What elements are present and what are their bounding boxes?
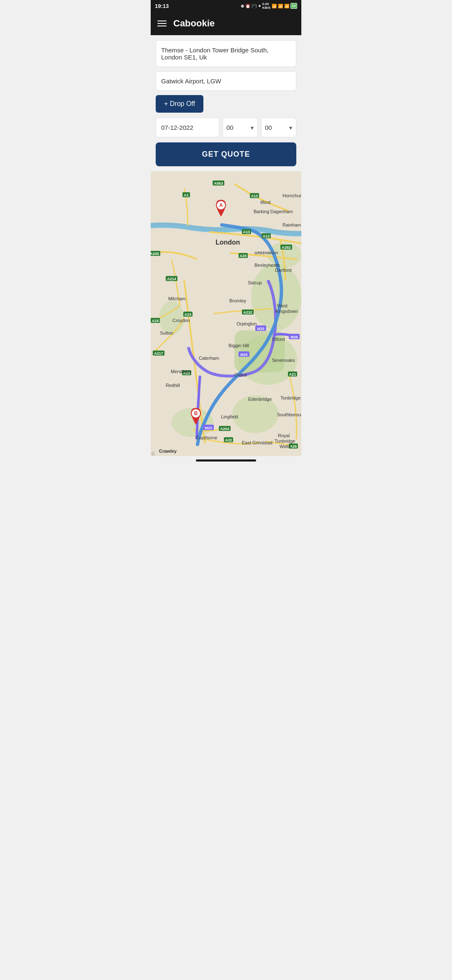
royal-tunbridge-label: Royal (278, 433, 290, 438)
pickup-value: Themse - London Tower Bridge South, Lond… (161, 46, 269, 61)
crawley-label: Crawley (159, 449, 177, 454)
dartford-label: Dartford (275, 268, 292, 273)
road-m25-2: M25 (240, 353, 248, 357)
signal-icon2: 📶 (284, 4, 289, 8)
data-speed: 0.00KB/S (262, 2, 270, 10)
bottom-bar (151, 456, 301, 464)
road-m25-1: M25 (257, 327, 265, 331)
app-title: Cabookie (173, 18, 215, 29)
status-bar: 19:13 ⊕ ⏰ 📳 ✦ 0.00KB/S 📶 📶 📶 23 (151, 0, 301, 12)
ilford-label: Ilford (260, 200, 270, 205)
pickup-input[interactable]: Themse - London Tower Bridge South, Lond… (156, 40, 296, 67)
signal-icon: 📶 (278, 4, 283, 8)
bluetooth-icon: ✦ (258, 4, 261, 8)
road-a1: A1 (184, 193, 189, 197)
east-grinstead-label: East Grinstead (242, 440, 272, 445)
date-value: 07-12-2022 (161, 124, 193, 131)
road-a13-2: A13 (263, 234, 270, 238)
app-bar: Cabookie (151, 12, 301, 35)
west-kingsdown-label2: Kingsdown (275, 309, 298, 314)
map-attribution: G (152, 451, 155, 456)
road-a12: A12 (251, 194, 258, 198)
orpington-label: Orpington (236, 321, 257, 326)
hamburger-line-1 (157, 21, 167, 21)
date-input[interactable]: 07-12-2022 (156, 118, 219, 137)
biggin-hill-label: Biggin Hill (229, 343, 249, 348)
copthorne-label: Copthorne (196, 435, 217, 440)
road-a205: A205 (151, 252, 159, 256)
get-quote-button[interactable]: GET QUOTE (156, 142, 296, 166)
map-container: A1 A12 A13 A13 A205 A214 A23 A24 A217 A2… (151, 171, 301, 456)
southborough-label: Southborough (277, 412, 301, 417)
hour-select-wrapper: 00 01 02 03 04 05 06 07 08 09 10 11 12 1… (223, 118, 258, 137)
barking-label: Barking (254, 209, 269, 214)
road-a26: A26 (290, 444, 297, 449)
road-a264: A264 (220, 427, 229, 431)
minute-select[interactable]: 00 05 10 15 20 25 30 35 40 45 50 55 (261, 118, 296, 137)
redhill-label: Redhill (166, 383, 180, 388)
alarm-icon: ⏰ (245, 4, 250, 8)
sevenoaks-label: Sevenoaks (272, 358, 295, 363)
road-a13-1: A13 (243, 230, 250, 234)
lingfield-label: Lingfield (221, 414, 238, 419)
road-a24: A24 (152, 319, 159, 323)
road-a22-1: A22 (225, 438, 232, 442)
road-a214: A214 (167, 277, 176, 281)
dagenham-label: Dagenham (270, 209, 293, 214)
otford-label: Otford (272, 337, 285, 342)
road-m26: M26 (290, 335, 298, 339)
road-a563: A563 (214, 181, 223, 186)
greenwich-label: GREENWICH (254, 251, 278, 255)
hamburger-line-2 (157, 23, 167, 24)
edenbridge-label: Edenbridge (248, 397, 272, 402)
tonbridge-label: Tonbridge (280, 395, 300, 400)
map-svg: A1 A12 A13 A13 A205 A214 A23 A24 A217 A2… (151, 171, 301, 456)
road-a23-1: A23 (185, 312, 192, 317)
sidcup-label: Sidcup (248, 280, 262, 285)
road-a217: A217 (154, 351, 163, 356)
home-indicator (196, 459, 256, 462)
west-kingsdown-label: West (277, 303, 288, 308)
dropoff-value: Gatwick Airport, LGW (161, 77, 221, 85)
phone-icon: 📳 (252, 4, 257, 8)
road-m23: M23 (205, 426, 212, 430)
road-a232: A232 (243, 310, 252, 315)
drop-off-label: + Drop Off (164, 100, 195, 108)
minute-select-wrapper: 00 05 10 15 20 25 30 35 40 45 50 55 (261, 118, 296, 137)
time-display: 19:13 (155, 3, 169, 9)
oxted-label: Oxted (234, 372, 247, 377)
road-a21: A21 (289, 372, 296, 377)
get-quote-label: GET QUOTE (202, 150, 250, 158)
bromley-label: Bromley (229, 298, 247, 303)
rainham-label: Rainham (282, 222, 301, 227)
main-content: Themse - London Tower Bridge South, Lond… (151, 35, 301, 171)
hamburger-line-3 (157, 26, 167, 26)
battery-indicator: 23 (290, 3, 297, 9)
croydon-label: Croydon (172, 318, 190, 323)
road-a282: A282 (282, 245, 291, 250)
caterham-label: Caterham (199, 356, 219, 361)
mitcham-label: Mitcham (168, 296, 186, 301)
merstham-label: Merstham (171, 369, 191, 374)
road-a20: A20 (240, 254, 247, 258)
hour-select[interactable]: 00 01 02 03 04 05 06 07 08 09 10 11 12 1… (223, 118, 258, 137)
vpn-icon: ⊕ (241, 4, 244, 8)
datetime-row: 07-12-2022 00 01 02 03 04 05 06 07 08 09… (156, 118, 296, 137)
bexleyheath-label: Bexleyheath (254, 263, 280, 268)
svg-text:A: A (219, 202, 223, 208)
london-label: London (216, 239, 240, 246)
svg-text:B: B (194, 410, 198, 416)
status-icons: ⊕ ⏰ 📳 ✦ 0.00KB/S 📶 📶 📶 23 (241, 2, 297, 10)
menu-button[interactable] (157, 21, 167, 26)
royal-tunbridge-label3: Wells (280, 444, 291, 449)
drop-off-button[interactable]: + Drop Off (156, 95, 203, 113)
wifi-icon: 📶 (272, 4, 277, 8)
royal-tunbridge-label2: Tunbridge (275, 438, 295, 444)
sutton-label: Sutton (160, 330, 173, 335)
hornchurch-label: Hornchurch (282, 193, 301, 198)
dropoff-input[interactable]: Gatwick Airport, LGW (156, 71, 296, 91)
